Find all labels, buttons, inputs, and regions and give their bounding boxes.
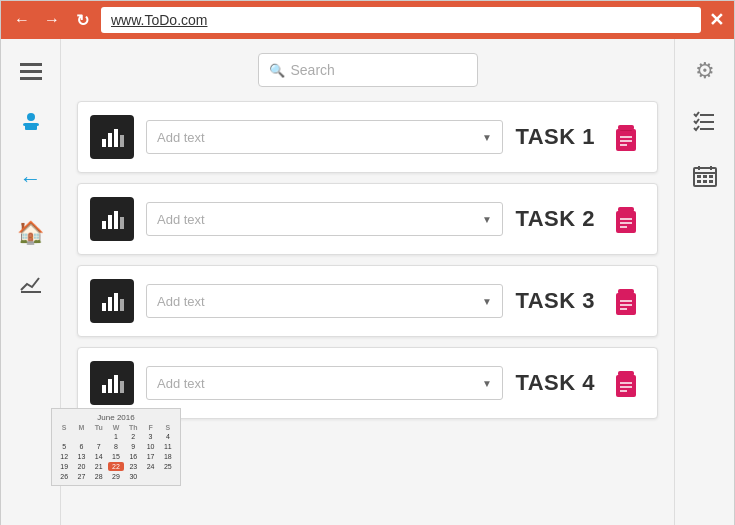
svg-rect-14 <box>102 221 106 229</box>
browser-titlebar: ← → ↻ www.ToDo.com ✕ <box>1 1 734 39</box>
sidebar-item-home[interactable]: 🏠 <box>13 215 49 251</box>
svg-rect-33 <box>108 379 112 393</box>
svg-rect-24 <box>108 297 112 311</box>
svg-rect-5 <box>108 133 112 147</box>
task-4-chart-icon[interactable] <box>90 361 134 405</box>
trend-icon <box>19 274 43 300</box>
menu-button[interactable] <box>13 53 49 89</box>
task-2-clipboard-button[interactable] <box>607 200 645 238</box>
svg-rect-50 <box>709 175 713 178</box>
person-icon <box>19 110 43 140</box>
left-sidebar: ← 🏠 June 2016 <box>1 39 61 525</box>
task-2-dropdown[interactable]: Add text ▼ <box>146 202 503 236</box>
svg-rect-23 <box>102 303 106 311</box>
svg-rect-19 <box>618 207 634 212</box>
task-1-clipboard-button[interactable] <box>607 118 645 156</box>
svg-rect-32 <box>102 385 106 393</box>
home-icon: 🏠 <box>17 220 44 246</box>
svg-rect-18 <box>616 211 636 233</box>
svg-rect-27 <box>616 293 636 315</box>
task-2-dropdown-text: Add text <box>157 212 205 227</box>
svg-rect-51 <box>697 180 701 183</box>
task-row-2: Add text ▼ TASK 2 <box>77 183 658 255</box>
browser-content: ← 🏠 June 2016 <box>1 39 734 525</box>
sidebar-item-settings[interactable]: ⚙ <box>687 53 723 89</box>
task-4-label: TASK 4 <box>515 370 595 396</box>
gear-icon: ⚙ <box>695 58 715 84</box>
back-button[interactable]: ← <box>11 9 33 31</box>
task-1-chart-icon[interactable] <box>90 115 134 159</box>
task-3-clipboard-button[interactable] <box>607 282 645 320</box>
task-2-dropdown-arrow: ▼ <box>482 214 492 225</box>
task-4-dropdown-text: Add text <box>157 376 205 391</box>
calendar-icon <box>692 164 718 194</box>
task-2-chart-icon[interactable] <box>90 197 134 241</box>
task-3-dropdown-arrow: ▼ <box>482 296 492 307</box>
svg-rect-37 <box>618 371 634 376</box>
task-row-3: Add text ▼ TASK 3 <box>77 265 658 337</box>
task-3-dropdown-text: Add text <box>157 294 205 309</box>
task-4-dropdown[interactable]: Add text ▼ <box>146 366 503 400</box>
browser-window: ← → ↻ www.ToDo.com ✕ <box>0 0 735 525</box>
svg-rect-4 <box>102 139 106 147</box>
sidebar-item-calendar[interactable] <box>687 161 723 197</box>
svg-rect-10 <box>618 125 634 130</box>
arrow-back-icon: ← <box>20 166 42 192</box>
svg-rect-8 <box>616 129 636 151</box>
task-row-1: Add text ▼ TASK 1 <box>77 101 658 173</box>
task-1-label: TASK 1 <box>515 124 595 150</box>
close-button[interactable]: ✕ <box>709 9 724 31</box>
calendar-grid: S M Tu W Th F S 1 2 3 4 5 6 7 <box>56 424 176 481</box>
checklist-icon <box>692 111 718 139</box>
svg-rect-25 <box>114 293 118 311</box>
calendar-month-year: June 2016 <box>56 413 176 422</box>
address-bar[interactable]: www.ToDo.com <box>101 7 701 33</box>
right-sidebar: ⚙ <box>674 39 734 525</box>
sidebar-item-back[interactable]: ← <box>13 161 49 197</box>
calendar-overlay: June 2016 S M Tu W Th F S 1 2 3 4 <box>51 408 181 486</box>
svg-rect-26 <box>120 299 124 311</box>
search-placeholder: Search <box>291 62 335 78</box>
svg-point-0 <box>27 113 35 121</box>
svg-rect-16 <box>114 211 118 229</box>
task-4-dropdown-arrow: ▼ <box>482 378 492 389</box>
svg-rect-34 <box>114 375 118 393</box>
svg-rect-6 <box>114 129 118 147</box>
svg-rect-28 <box>618 289 634 294</box>
sidebar-item-checklist[interactable] <box>687 107 723 143</box>
svg-rect-7 <box>120 135 124 147</box>
sidebar-item-person[interactable] <box>13 107 49 143</box>
svg-rect-2 <box>25 125 37 130</box>
task-1-dropdown-text: Add text <box>157 130 205 145</box>
search-box[interactable]: 🔍 Search <box>258 53 478 87</box>
search-container: 🔍 Search <box>77 53 658 87</box>
task-3-label: TASK 3 <box>515 288 595 314</box>
task-1-dropdown[interactable]: Add text ▼ <box>146 120 503 154</box>
hamburger-icon <box>20 63 42 80</box>
svg-rect-53 <box>709 180 713 183</box>
refresh-button[interactable]: ↻ <box>71 9 93 31</box>
svg-rect-36 <box>616 375 636 397</box>
sidebar-item-trends[interactable] <box>13 269 49 305</box>
forward-button[interactable]: → <box>41 9 63 31</box>
svg-rect-52 <box>703 180 707 183</box>
task-1-dropdown-arrow: ▼ <box>482 132 492 143</box>
search-icon: 🔍 <box>269 63 285 78</box>
svg-rect-48 <box>697 175 701 178</box>
svg-rect-35 <box>120 381 124 393</box>
svg-rect-15 <box>108 215 112 229</box>
task-4-clipboard-button[interactable] <box>607 364 645 402</box>
task-3-chart-icon[interactable] <box>90 279 134 323</box>
svg-rect-17 <box>120 217 124 229</box>
svg-rect-49 <box>703 175 707 178</box>
task-3-dropdown[interactable]: Add text ▼ <box>146 284 503 318</box>
task-2-label: TASK 2 <box>515 206 595 232</box>
